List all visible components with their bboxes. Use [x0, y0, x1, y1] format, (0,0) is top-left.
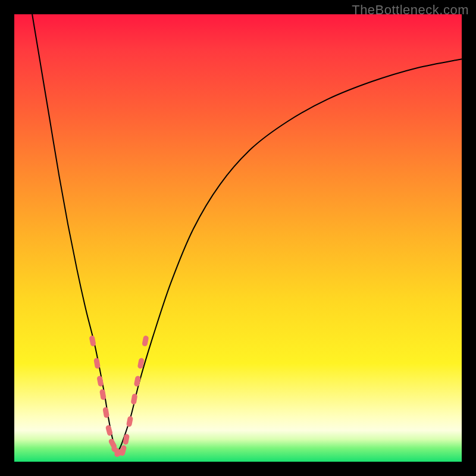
highlight-marker — [142, 335, 149, 346]
left-descending-curve — [32, 14, 117, 453]
highlight-marker — [131, 393, 138, 405]
highlight-marker-group — [89, 335, 149, 458]
highlight-marker — [93, 358, 101, 369]
highlight-marker — [134, 375, 141, 387]
highlight-marker — [99, 389, 107, 400]
highlight-marker — [123, 434, 130, 445]
right-ascending-curve — [117, 59, 462, 453]
highlight-marker — [126, 416, 133, 427]
plot-area — [14, 14, 462, 462]
curve-layer — [14, 14, 462, 462]
highlight-marker — [105, 425, 113, 437]
highlight-marker — [102, 407, 109, 418]
chart-frame: TheBottleneck.com — [0, 0, 476, 476]
highlight-marker — [96, 375, 104, 387]
highlight-marker — [89, 335, 96, 346]
